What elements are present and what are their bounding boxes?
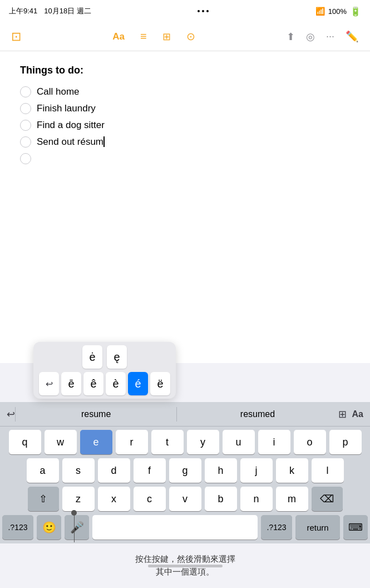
format-pred-icon[interactable]: Aa [352,409,363,419]
time: 上午9:41 [9,6,37,16]
predictive-words: resume resumed [15,407,338,422]
predictive-right: ⊞ Aa [338,408,363,420]
accent-row-bottom: ↩ ē ê è é ë [39,372,170,395]
key-num[interactable]: .?123 [2,515,33,540]
key-f[interactable]: f [134,458,166,483]
key-n[interactable]: n [240,487,273,511]
key-h[interactable]: h [205,458,237,483]
accent-eogonek[interactable]: ę [107,345,127,369]
item-text-2: Finish laundry [37,103,96,114]
table-button[interactable]: ⊞ [162,31,171,43]
more-button[interactable]: ··· [326,31,334,42]
accent-ecircumflex[interactable]: ê [83,372,103,395]
toolbar-left: ⊡ [11,30,21,44]
key-q[interactable]: q [9,430,41,454]
key-m[interactable]: m [276,487,308,511]
accent-eumlaut[interactable]: ë [150,372,170,395]
predictive-left: ↩ [7,408,15,420]
annotation-text: 按住按鍵，然後滑動來選擇 其中一個選項。 [0,553,370,578]
key-b[interactable]: b [205,487,237,511]
key-s[interactable]: s [62,458,95,483]
accent-eacute[interactable]: é [128,372,148,395]
list-item: Call home [20,86,350,97]
key-z[interactable]: z [62,487,95,511]
format-button[interactable]: Aa [112,31,125,42]
checkbox-5[interactable] [20,153,31,164]
key-e[interactable]: e [80,430,112,454]
key-j[interactable]: j [240,458,273,483]
list-item [20,153,350,164]
sidebar-button[interactable]: ⊡ [11,30,21,44]
key-space[interactable] [92,515,258,540]
note-title: Things to do: [20,65,350,76]
key-v[interactable]: v [169,487,201,511]
dot2 [202,10,204,12]
annotation-dot [71,510,77,516]
list-item: Finish laundry [20,103,350,114]
compose-button[interactable]: ✏️ [346,30,359,43]
key-d[interactable]: d [98,458,130,483]
toolbar-right: ⬆ ◎ ··· ✏️ [287,30,359,43]
key-l[interactable]: l [312,458,344,483]
checkbox-2[interactable] [20,103,31,114]
key-y[interactable]: y [187,430,219,454]
status-dots [198,10,209,12]
key-emoji[interactable]: 🙂 [37,515,61,540]
key-r[interactable]: r [116,430,148,454]
keyboard-row-3: ⇧ z x c v b n m ⌫ [2,487,368,511]
list-button[interactable]: ≡ [140,30,147,43]
item-text-4: Send out résum [37,136,105,148]
status-right: 📶 100% 🔋 [315,6,361,17]
annotation-line2: 其中一個選項。 [156,567,214,576]
status-bar: 上午9:41 10月18日 週二 📶 100% 🔋 [0,0,370,22]
keyboard-rows: q w e r t y u i o p a s d f g h j k l ⇧ … [0,427,370,540]
share-button[interactable]: ⬆ [287,31,295,43]
key-g[interactable]: g [169,458,201,483]
key-p[interactable]: p [329,430,362,454]
item-text-3: Find a dog sitter [37,120,105,131]
find-button[interactable]: ◎ [306,31,315,43]
accent-row-top: ė ę [82,345,127,369]
key-num-right[interactable]: .?123 [261,515,292,540]
key-c[interactable]: c [134,487,166,511]
checkbox-3[interactable] [20,120,31,131]
pred-word-2[interactable]: resumed [177,407,338,422]
pred-word-1[interactable]: resume [15,407,177,422]
accent-emacron[interactable]: ē [61,372,81,395]
key-hide[interactable]: ⌨ [343,515,368,540]
key-i[interactable]: i [258,430,290,454]
wifi-icon: 📶 [315,7,325,16]
key-u[interactable]: u [223,430,255,454]
key-k[interactable]: k [276,458,308,483]
key-w[interactable]: w [45,430,77,454]
accent-edot[interactable]: ė [82,345,102,369]
camera-button[interactable]: ⊙ [186,30,195,43]
key-x[interactable]: x [98,487,130,511]
key-o[interactable]: o [294,430,326,454]
key-delete[interactable]: ⌫ [312,487,343,511]
key-t[interactable]: t [151,430,184,454]
key-return[interactable]: return [295,515,340,540]
grid-icon[interactable]: ⊞ [338,408,347,420]
keyboard-row-4: .?123 🙂 🎤 .?123 return ⌨ [2,515,368,540]
accent-popup: ė ę ↩ ē ê è é ë [33,342,176,399]
accent-undo[interactable]: ↩ [39,372,59,395]
key-a[interactable]: a [27,458,59,483]
list-item: Send out résum [20,136,350,148]
undo-pred-icon[interactable]: ↩ [7,408,15,420]
keyboard-row-1: q w e r t y u i o p [2,430,368,454]
checkbox-4[interactable] [20,136,31,148]
status-time: 上午9:41 10月18日 週二 [9,6,91,16]
dot3 [206,10,209,12]
accent-egrave[interactable]: è [106,372,126,395]
note-area: Things to do: Call home Finish laundry F… [0,51,370,363]
list-item: Find a dog sitter [20,120,350,131]
key-mic[interactable]: 🎤 [65,515,89,540]
annotation-line1: 按住按鍵，然後滑動來選擇 [135,554,235,564]
key-shift[interactable]: ⇧ [28,487,59,511]
checkbox-1[interactable] [20,86,31,97]
predictive-bar: ↩ resume resumed ⊞ Aa [0,402,370,427]
text-cursor [103,136,105,147]
annotation-line [74,514,75,542]
battery-icon: 🔋 [350,6,361,17]
